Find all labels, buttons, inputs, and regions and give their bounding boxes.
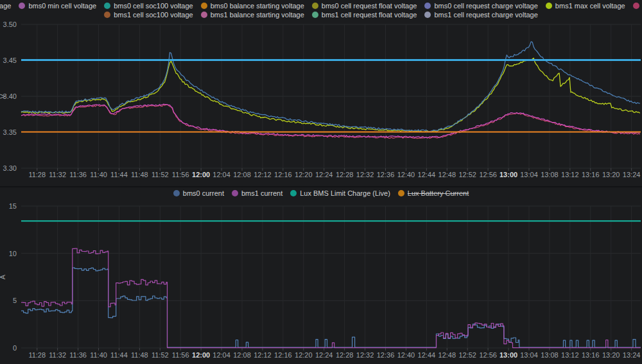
x-tick-label: 13:20 bbox=[602, 351, 620, 359]
x-tick-label: 11:44 bbox=[110, 351, 128, 359]
x-tick-label: 12:24 bbox=[315, 171, 333, 178]
series-color-dot-icon bbox=[232, 190, 238, 196]
y-axis-unit: A bbox=[0, 274, 6, 279]
legend-item-bms1-balance-starting-voltage[interactable]: bms1 balance starting voltage bbox=[201, 11, 304, 19]
x-tick-label: 13:24 bbox=[623, 351, 641, 359]
x-tick-label: 12:16 bbox=[274, 171, 292, 178]
x-tick-label: 12:28 bbox=[336, 351, 354, 359]
y-tick-label: 3.30 bbox=[3, 164, 17, 172]
legend-item-bms0-cell-request-float-voltage[interactable]: bms0 cell request float voltage bbox=[312, 2, 417, 10]
x-tick-label: 11:28 bbox=[28, 351, 46, 359]
legend-item-bms1-cell-request-float-voltage[interactable]: bms1 cell request float voltage bbox=[312, 11, 417, 19]
series-color-dot-icon bbox=[201, 12, 207, 18]
x-tick-label: 11:48 bbox=[131, 351, 148, 359]
x-tick-label: 11:36 bbox=[69, 351, 87, 359]
legend-item-lux-battery-current[interactable]: Lux Battery Current bbox=[398, 189, 469, 198]
x-tick-label: 12:48 bbox=[438, 171, 456, 178]
x-tick-label: 12:08 bbox=[233, 351, 251, 359]
x-tick-label: 13:08 bbox=[541, 171, 559, 178]
legend-item-lux-bms-limit-charge-live[interactable]: Lux BMS Limit Charge (Live) bbox=[290, 189, 390, 198]
x-tick-label: 11:56 bbox=[172, 171, 189, 178]
legend-label: bms1 balance starting voltage bbox=[211, 11, 304, 19]
legend-item-bms1-current[interactable]: bms1 current bbox=[232, 189, 282, 198]
x-tick-label: 13:04 bbox=[520, 171, 538, 178]
x-tick-label: 11:52 bbox=[152, 171, 169, 178]
legend-item-bms1-cell-soc100-voltage[interactable]: bms1 cell soc100 voltage bbox=[104, 11, 193, 19]
x-tick-label: 11:56 bbox=[172, 351, 189, 359]
legend-label: bms0 min cell voltage bbox=[28, 2, 96, 10]
chart-plot-area[interactable] bbox=[21, 24, 641, 168]
legend-label: bms1 cell request float voltage bbox=[322, 11, 417, 19]
x-tick-label: 12:56 bbox=[479, 351, 497, 359]
x-tick-label: 12:48 bbox=[438, 351, 456, 359]
x-tick-label: 11:28 bbox=[28, 171, 46, 178]
legend-row: bms0 max cell voltagebms0 min cell volta… bbox=[0, 1, 642, 10]
currents-chart: 05101511:2811:3211:3611:4011:4411:4811:5… bbox=[0, 202, 641, 359]
legend-item-bms1-min-cell-voltage[interactable]: bms1 min cell voltage bbox=[633, 2, 642, 10]
x-tick-label: 13:16 bbox=[582, 171, 600, 178]
series-color-dot-icon bbox=[424, 12, 431, 18]
legend-label: bms0 current bbox=[183, 189, 224, 198]
x-tick-label: 13:04 bbox=[520, 351, 538, 359]
legend-item-bms0-cell-request-charge-voltage[interactable]: bms0 cell request charge voltage bbox=[424, 2, 537, 10]
x-tick-label: 13:16 bbox=[582, 351, 600, 359]
x-tick-label: 12:12 bbox=[254, 171, 272, 178]
x-tick-label: 11:40 bbox=[90, 351, 107, 359]
y-tick-label: 3.35 bbox=[3, 128, 17, 136]
series-color-dot-icon bbox=[104, 12, 110, 18]
x-tick-label: 12:00 bbox=[192, 351, 210, 359]
x-tick-label: 12:04 bbox=[213, 351, 230, 359]
x-tick-label: 11:40 bbox=[90, 171, 107, 178]
legend-item-bms0-cell-soc100-voltage[interactable]: bms0 cell soc100 voltage bbox=[104, 2, 193, 10]
x-tick-label: 12:20 bbox=[295, 171, 313, 178]
legend-item-bms1-max-cell-voltage[interactable]: bms1 max cell voltage bbox=[546, 2, 625, 10]
series-color-dot-icon bbox=[424, 3, 431, 9]
x-tick-label: 12:32 bbox=[356, 351, 374, 359]
x-tick-label: 12:20 bbox=[295, 351, 313, 359]
series-color-dot-icon bbox=[312, 3, 318, 9]
x-tick-label: 12:00 bbox=[192, 171, 210, 178]
y-tick-label: 15 bbox=[9, 202, 17, 210]
x-tick-label: 13:24 bbox=[623, 171, 641, 178]
series-color-dot-icon bbox=[312, 12, 318, 18]
x-tick-label: 13:00 bbox=[499, 171, 517, 178]
x-tick-label: 12:44 bbox=[418, 171, 436, 178]
legend-item-bms0-current[interactable]: bms0 current bbox=[173, 189, 224, 198]
legend-label: bms1 current bbox=[241, 189, 282, 198]
y-tick-label: 5 bbox=[13, 297, 17, 304]
x-tick-label: 12:40 bbox=[397, 171, 415, 178]
series-color-dot-icon bbox=[104, 3, 110, 9]
x-tick-label: 12:52 bbox=[458, 171, 476, 178]
x-tick-label: 11:32 bbox=[49, 351, 66, 359]
x-tick-label: 12:12 bbox=[254, 351, 272, 359]
legend-item-bms0-balance-starting-voltage[interactable]: bms0 balance starting voltage bbox=[201, 2, 304, 10]
x-tick-label: 12:32 bbox=[356, 171, 374, 178]
x-tick-label: 11:52 bbox=[152, 351, 169, 359]
chart-plot-area[interactable] bbox=[21, 206, 641, 348]
charts-canvas: 3.303.353.403.453.5011:2811:3211:3611:40… bbox=[0, 0, 642, 364]
legend-label: bms0 cell request float voltage bbox=[322, 2, 417, 10]
series-color-dot-icon bbox=[201, 3, 207, 9]
series-color-dot-icon bbox=[19, 3, 25, 9]
x-tick-label: 13:08 bbox=[541, 351, 559, 359]
y-axis-unit: V bbox=[0, 94, 6, 99]
legend-label: bms0 cell request charge voltage bbox=[434, 2, 537, 10]
legend-item-bms1-cell-request-charge-voltage[interactable]: bms1 cell request charge voltage bbox=[424, 11, 537, 19]
x-tick-label: 12:16 bbox=[274, 351, 292, 359]
legend-label: bms1 cell soc100 voltage bbox=[114, 11, 193, 19]
legend-item-bms0-max-cell-voltage[interactable]: bms0 max cell voltage bbox=[0, 2, 11, 10]
x-tick-label: 12:36 bbox=[377, 351, 395, 359]
y-tick-label: 0 bbox=[13, 344, 17, 352]
cell-voltages-chart: 3.303.353.403.453.5011:2811:3211:3611:40… bbox=[0, 21, 641, 178]
x-tick-label: 13:20 bbox=[602, 171, 620, 178]
y-tick-label: 3.50 bbox=[3, 21, 17, 28]
legend-item-bms0-min-cell-voltage[interactable]: bms0 min cell voltage bbox=[19, 2, 96, 10]
legend-label: bms0 max cell voltage bbox=[0, 2, 11, 10]
x-tick-label: 11:44 bbox=[110, 171, 128, 178]
x-tick-label: 12:52 bbox=[458, 351, 476, 359]
series-color-dot-icon bbox=[633, 3, 639, 9]
x-tick-label: 13:00 bbox=[499, 351, 517, 359]
y-tick-label: 3.45 bbox=[3, 56, 17, 64]
x-tick-label: 12:24 bbox=[315, 351, 333, 359]
legend-label: bms1 cell request charge voltage bbox=[434, 11, 537, 19]
